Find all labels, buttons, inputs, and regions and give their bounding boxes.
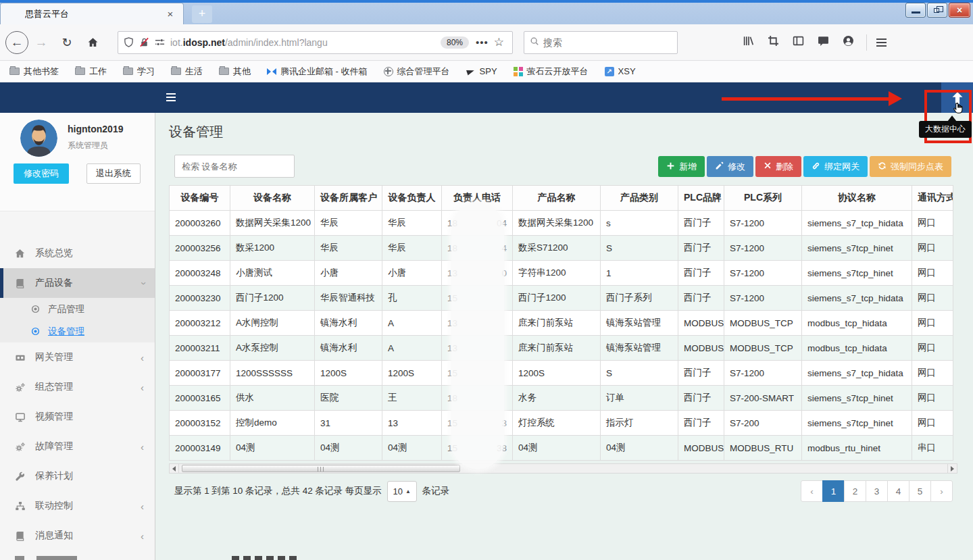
table-row[interactable]: 200003256数采1200华辰华辰184数采S71200S西门子S7-120… bbox=[170, 236, 953, 261]
column-header[interactable]: 设备所属客户 bbox=[315, 186, 382, 211]
page-button[interactable]: 3 bbox=[866, 480, 888, 502]
table-row[interactable]: 20000314904测04测04测153804测04测MODBUSMODBUS… bbox=[170, 436, 953, 461]
sidebar-item[interactable]: 组态管理‹ bbox=[0, 372, 155, 402]
sidebar-subitem-label: 设备管理 bbox=[48, 326, 84, 338]
device-search-input[interactable] bbox=[174, 155, 295, 178]
sidebar-toggle-icon[interactable] bbox=[793, 35, 804, 49]
column-header[interactable]: 设备编号 bbox=[170, 186, 230, 211]
browser-search-input[interactable] bbox=[543, 37, 658, 48]
bookmark-star-icon[interactable]: ☆ bbox=[494, 35, 504, 49]
table-row[interactable]: 200003248小唐测试小唐小唐130字符串12001西门子S7-1200si… bbox=[170, 261, 953, 286]
table-cell: 华辰 bbox=[315, 236, 382, 261]
page-button[interactable]: 1 bbox=[822, 480, 845, 502]
column-header[interactable]: 协议名称 bbox=[802, 186, 912, 211]
table-row[interactable]: 200003230西门子1200华辰智通科技孔15西门子1200西门子系列西门子… bbox=[170, 286, 953, 311]
sidebar-item[interactable]: 联动控制‹ bbox=[0, 491, 155, 521]
table-cell: S7-200 bbox=[724, 411, 802, 436]
shield-icon[interactable] bbox=[124, 37, 134, 47]
bookmark-item[interactable]: SPY bbox=[466, 66, 497, 76]
minimize-button[interactable] bbox=[905, 3, 926, 18]
bookmark-item[interactable]: 萤石云开放平台 bbox=[514, 66, 589, 78]
logout-button[interactable]: 退出系统 bbox=[86, 163, 141, 184]
tab-close-icon[interactable]: × bbox=[164, 8, 176, 20]
table-row[interactable]: 200003211A水泵控制镇海水利A13庶来门前泵站镇海泵站管理MODBUSM… bbox=[170, 336, 953, 361]
page-actions-icon[interactable]: ••• bbox=[476, 36, 489, 48]
table-cell: siemens_s7tcp_hinet bbox=[802, 236, 912, 261]
reload-button[interactable]: ↻ bbox=[57, 35, 77, 50]
insecure-lock-icon[interactable] bbox=[139, 37, 149, 47]
bind-gateway-button[interactable]: 绑定网关 bbox=[803, 156, 868, 177]
scroll-right-arrow-icon[interactable] bbox=[947, 464, 957, 473]
column-header[interactable]: 通讯方式 bbox=[912, 186, 953, 211]
column-header[interactable]: PLC品牌 bbox=[678, 186, 724, 211]
table-row[interactable]: 2000031771200SSSSSS1200S1200S151200SS西门子… bbox=[170, 361, 953, 386]
sidebar-subitem[interactable]: 设备管理 bbox=[0, 320, 155, 342]
sidebar-item[interactable]: 故障管理‹ bbox=[0, 432, 155, 461]
scrollbar-thumb[interactable] bbox=[182, 465, 460, 472]
bookmark-item[interactable]: 工作 bbox=[75, 66, 107, 78]
sidebar-subitem-label: 产品管理 bbox=[48, 303, 84, 315]
close-button[interactable]: × bbox=[949, 3, 970, 18]
permissions-icon[interactable] bbox=[155, 37, 165, 47]
pencil-icon bbox=[715, 161, 724, 172]
sidebar-item[interactable]: 网关管理‹ bbox=[0, 342, 155, 372]
prev-page-button[interactable]: ‹ bbox=[801, 480, 823, 502]
force-sync-button[interactable]: 强制同步点表 bbox=[870, 156, 951, 177]
bookmark-item[interactable]: 学习 bbox=[123, 66, 155, 78]
bookmark-item[interactable]: 其他书签 bbox=[9, 66, 59, 78]
column-header[interactable]: 设备名称 bbox=[230, 186, 315, 211]
browser-search-box[interactable] bbox=[524, 31, 678, 54]
sidebar-item[interactable]: 视频管理 bbox=[0, 402, 155, 432]
sidebar-item[interactable]: 系统总览 bbox=[0, 238, 155, 268]
messages-icon[interactable] bbox=[818, 35, 829, 49]
delete-button[interactable]: 删除 bbox=[755, 156, 801, 177]
x-icon bbox=[764, 161, 772, 172]
zoom-level-badge[interactable]: 80% bbox=[441, 36, 469, 49]
table-row[interactable]: 200003260数据网关采集1200华辰华辰1804数据网关采集1200s西门… bbox=[170, 211, 953, 236]
url-bar[interactable]: iot.idosp.net/admin/index.html?langu 80%… bbox=[118, 31, 513, 54]
bookmark-item[interactable]: 生活 bbox=[171, 66, 203, 78]
sidebar-item[interactable]: 消息通知‹ bbox=[0, 521, 155, 551]
change-password-button[interactable]: 修改密码 bbox=[14, 163, 69, 184]
screenshot-icon[interactable] bbox=[768, 35, 779, 49]
new-tab-button[interactable]: + bbox=[192, 5, 212, 23]
column-header[interactable]: 设备负责人 bbox=[382, 186, 442, 211]
bookmark-item[interactable]: 综合管理平台 bbox=[384, 66, 450, 78]
bookmark-item[interactable]: ↗XSY bbox=[605, 66, 636, 76]
sidebar-item[interactable]: 产品设备‹ bbox=[0, 268, 155, 298]
sidebar-subitem[interactable]: 产品管理 bbox=[0, 298, 155, 320]
page-button[interactable]: 5 bbox=[909, 480, 931, 502]
add-button[interactable]: 新增 bbox=[658, 156, 705, 177]
home-button[interactable] bbox=[82, 36, 103, 48]
page-button[interactable]: 4 bbox=[887, 480, 909, 502]
bookmark-item[interactable]: 腾讯企业邮箱 - 收件箱 bbox=[267, 66, 368, 78]
column-header[interactable]: 产品类别 bbox=[601, 186, 678, 211]
table-cell: 字符串1200 bbox=[513, 261, 601, 286]
sidebar-item-label: 产品设备 bbox=[35, 277, 73, 289]
table-row[interactable]: 200003212A水闸控制镇海水利A13庶来门前泵站镇海泵站管理MODBUSM… bbox=[170, 311, 953, 336]
next-page-button[interactable]: › bbox=[930, 480, 953, 502]
table-cell: 华辰 bbox=[382, 211, 442, 236]
folder-icon bbox=[171, 68, 181, 75]
edit-button[interactable]: 修改 bbox=[707, 156, 753, 177]
table-cell: 200003177 bbox=[170, 361, 230, 386]
table-cell: 04测 bbox=[230, 436, 315, 461]
table-row[interactable]: 200003152控制demo3113153灯控系统指示灯西门子S7-200si… bbox=[170, 411, 953, 436]
menu-icon[interactable] bbox=[876, 36, 887, 49]
restore-button[interactable] bbox=[927, 3, 947, 18]
page-size-select[interactable]: 10▲ bbox=[387, 481, 417, 502]
scroll-left-arrow-icon[interactable] bbox=[170, 464, 179, 473]
page-button[interactable]: 2 bbox=[844, 480, 866, 502]
library-icon[interactable] bbox=[743, 35, 754, 49]
bookmark-item[interactable]: 其他 bbox=[219, 66, 251, 78]
account-icon[interactable] bbox=[843, 35, 854, 49]
column-header[interactable]: PLC系列 bbox=[724, 186, 802, 211]
back-button[interactable]: ← bbox=[5, 31, 28, 54]
table-row[interactable]: 200003165供水医院王18水务订单西门子S7-200-SMARTsieme… bbox=[170, 386, 953, 411]
browser-tab[interactable]: 思普云平台 × bbox=[0, 3, 184, 24]
column-header[interactable]: 产品名称 bbox=[513, 186, 601, 211]
horizontal-scrollbar[interactable] bbox=[169, 463, 957, 474]
sidebar-item[interactable]: 保养计划 bbox=[0, 461, 155, 491]
forward-button[interactable]: → bbox=[31, 35, 51, 50]
sidebar-collapse-icon[interactable] bbox=[166, 91, 176, 103]
